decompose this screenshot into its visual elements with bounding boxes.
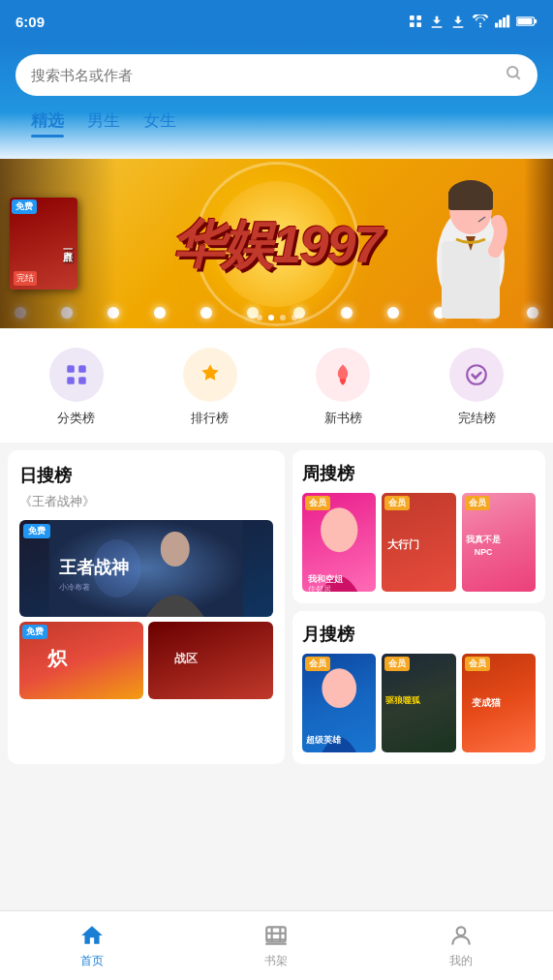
daily-cover-2-badge: 免费 [22, 625, 47, 639]
week-book-cover-2[interactable]: 会员 大行门 [382, 493, 456, 592]
svg-point-27 [161, 532, 190, 567]
weekly-rank-panel: 周搜榜 会员 我和空姐 住邻居 会员 [292, 450, 546, 603]
nav-item-shelf[interactable]: 书架 [184, 922, 368, 969]
main-tabs: 精选 男生 女生 [15, 96, 538, 139]
svg-point-4 [479, 25, 481, 27]
svg-text:大行门: 大行门 [386, 538, 419, 550]
status-bar: 6:09 [0, 0, 553, 43]
svg-rect-1 [416, 15, 421, 20]
nav-item-home[interactable]: 首页 [0, 922, 184, 969]
svg-point-25 [467, 365, 486, 384]
week-book-1-badge: 会员 [305, 496, 330, 510]
category-label-2: 新书榜 [324, 410, 362, 427]
daily-rank-top: 《王者战神》 [19, 493, 273, 510]
search-bar[interactable] [15, 54, 538, 96]
weekly-rank-books: 会员 我和空姐 住邻居 会员 大行门 [302, 493, 537, 592]
svg-point-33 [321, 507, 357, 552]
svg-text:我和空姐: 我和空姐 [307, 573, 344, 584]
week-book-3-badge: 会员 [465, 496, 490, 510]
svg-rect-5 [495, 23, 498, 28]
svg-text:战区: 战区 [174, 652, 198, 665]
month-book-cover-1[interactable]: 会员 超级英雄 [302, 654, 377, 752]
category-label-1: 排行榜 [191, 410, 229, 427]
category-icon-2 [316, 348, 370, 402]
categories-section: 分类榜 排行榜 新书榜 [0, 328, 553, 443]
svg-rect-8 [507, 15, 509, 28]
home-icon [78, 922, 106, 949]
svg-text:变成猫: 变成猫 [472, 697, 502, 708]
daily-rank-title: 日搜榜 [19, 464, 273, 487]
banner-title: 华娱1997 [171, 218, 381, 270]
banner-carousel[interactable]: 免费 胖一点 完结 华娱1997 [0, 159, 553, 328]
category-item-1[interactable]: 排行榜 [183, 348, 237, 427]
svg-text:NPC: NPC [474, 547, 492, 557]
side-ranks-panel: 周搜榜 会员 我和空姐 住邻居 会员 [292, 450, 546, 764]
nav-label-mine: 我的 [449, 953, 473, 969]
svg-rect-7 [503, 17, 506, 27]
svg-text:住邻居: 住邻居 [308, 585, 331, 592]
banner-dot-3 [280, 315, 286, 321]
daily-cover-2[interactable]: 炽 免费 [19, 622, 143, 699]
svg-text:王者战神: 王者战神 [59, 558, 129, 577]
category-item-0[interactable]: 分类榜 [49, 348, 104, 427]
svg-line-13 [516, 76, 519, 78]
battery-icon [516, 15, 538, 27]
svg-rect-6 [499, 19, 502, 27]
svg-rect-23 [67, 377, 75, 384]
week-book-cover-1[interactable]: 会员 我和空姐 住邻居 [302, 493, 377, 592]
download2-icon [450, 14, 466, 29]
shelf-icon [262, 922, 290, 949]
banner-dots [257, 315, 297, 321]
category-label-3: 完结榜 [458, 410, 496, 427]
status-icons [408, 14, 538, 29]
month-book-cover-3[interactable]: 会员 变成猫 [462, 654, 537, 752]
week-book-cover-3[interactable]: 会员 我真不是 NPC [462, 493, 537, 592]
svg-text:驱狼噬狐: 驱狼噬狐 [384, 695, 421, 705]
category-item-3[interactable]: 完结榜 [449, 348, 504, 427]
monthly-rank-title: 月搜榜 [302, 623, 537, 646]
daily-main-badge: 免费 [23, 524, 50, 538]
search-input[interactable] [31, 67, 497, 83]
nav-item-mine[interactable]: 我的 [369, 922, 553, 969]
banner-dot-1 [257, 315, 262, 321]
header-section: 精选 男生 女生 [0, 43, 553, 159]
svg-text:超级英雄: 超级英雄 [305, 735, 341, 745]
download-icon [429, 14, 445, 29]
daily-cover-3[interactable]: 战区 [148, 622, 272, 699]
svg-point-39 [322, 668, 356, 708]
category-icon-1 [183, 348, 237, 402]
svg-rect-2 [410, 22, 415, 27]
tab-female[interactable]: 女生 [143, 109, 176, 136]
svg-rect-21 [67, 365, 75, 373]
nav-label-home: 首页 [80, 953, 104, 969]
svg-rect-10 [535, 19, 538, 23]
category-label-0: 分类榜 [57, 410, 95, 427]
week-book-2-badge: 会员 [384, 496, 410, 510]
month-book-cover-2[interactable]: 会员 驱狼噬狐 [382, 654, 456, 752]
svg-rect-24 [78, 377, 86, 384]
svg-rect-18 [448, 191, 493, 210]
tab-featured[interactable]: 精选 [31, 109, 64, 136]
month-book-2-badge: 会员 [384, 657, 410, 671]
daily-rank-panel: 日搜榜 《王者战神》 [8, 450, 285, 764]
banner-dot-2 [268, 315, 274, 321]
nav-label-shelf: 书架 [264, 953, 288, 969]
svg-rect-11 [517, 18, 532, 24]
svg-text:炽: 炽 [46, 648, 68, 669]
daily-main-cover[interactable]: 王者战神 小冷布著 免费 [19, 520, 273, 617]
category-item-2[interactable]: 新书榜 [316, 348, 370, 427]
svg-text:我真不是: 我真不是 [464, 535, 500, 544]
tab-male[interactable]: 男生 [87, 109, 120, 136]
monthly-rank-books: 会员 超级英雄 会员 驱狼噬狐 [302, 654, 537, 752]
signal-icon [495, 15, 510, 28]
ranks-section: 日搜榜 《王者战神》 [0, 443, 553, 772]
wifi-icon [472, 15, 489, 28]
svg-point-49 [456, 927, 465, 935]
search-icon [505, 64, 522, 86]
svg-point-12 [507, 67, 518, 77]
weekly-rank-title: 周搜榜 [302, 462, 537, 485]
bottom-navigation: 首页 书架 我的 [0, 910, 553, 980]
svg-rect-3 [416, 22, 421, 27]
banner-dot-4 [292, 315, 297, 321]
mine-icon [447, 922, 475, 949]
